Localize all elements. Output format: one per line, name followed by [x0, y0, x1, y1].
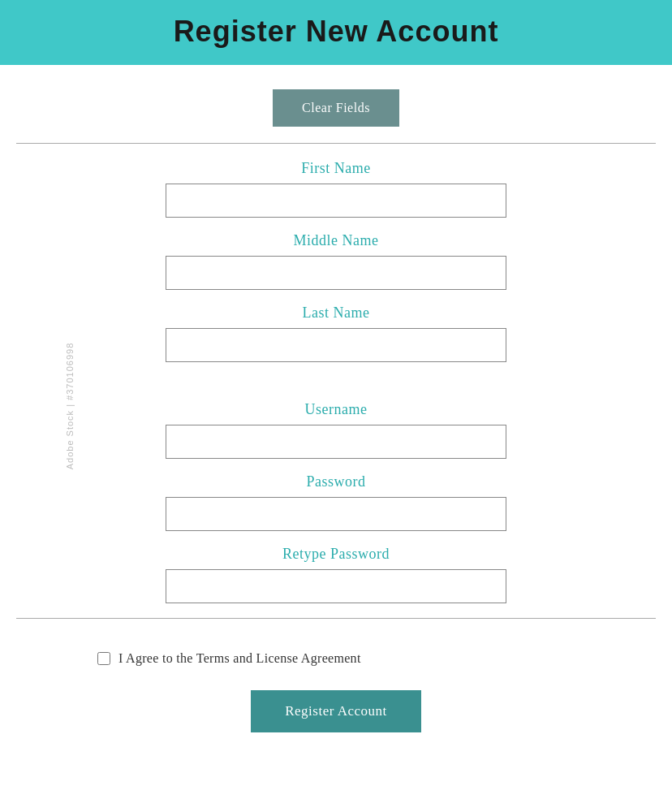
username-group: Username	[133, 401, 539, 459]
last-name-input[interactable]	[166, 328, 506, 362]
middle-name-label: Middle Name	[294, 232, 379, 249]
password-input[interactable]	[166, 497, 506, 531]
username-label: Username	[305, 401, 368, 418]
retype-password-input[interactable]	[166, 569, 506, 603]
last-name-group: Last Name	[133, 304, 539, 362]
last-name-label: Last Name	[303, 304, 370, 322]
password-label: Password	[306, 473, 365, 490]
register-button[interactable]: Register Account	[251, 690, 421, 732]
top-divider	[16, 143, 656, 144]
first-name-label: First Name	[301, 160, 371, 177]
middle-name-input[interactable]	[166, 256, 506, 290]
main-content: Clear Fields First Name Middle Name Last…	[0, 65, 672, 765]
agreement-area: I Agree to the Terms and License Agreeme…	[16, 651, 656, 666]
username-input[interactable]	[166, 425, 506, 459]
page-header: Register New Account	[0, 0, 672, 65]
clear-fields-button[interactable]: Clear Fields	[273, 89, 399, 127]
retype-password-label: Retype Password	[282, 546, 390, 563]
agreement-checkbox[interactable]	[97, 652, 110, 665]
retype-password-group: Retype Password	[133, 546, 539, 603]
first-name-input[interactable]	[166, 184, 506, 218]
middle-name-group: Middle Name	[133, 232, 539, 290]
page-wrapper: Register New Account Clear Fields First …	[0, 0, 672, 812]
bottom-divider	[16, 618, 656, 619]
page-title: Register New Account	[16, 15, 656, 49]
agreement-label: I Agree to the Terms and License Agreeme…	[118, 651, 361, 666]
password-group: Password	[133, 473, 539, 531]
first-name-group: First Name	[133, 160, 539, 218]
register-btn-area: Register Account	[16, 690, 656, 732]
registration-form: First Name Middle Name Last Name Usernam…	[133, 160, 539, 618]
clear-fields-area: Clear Fields	[16, 89, 656, 143]
